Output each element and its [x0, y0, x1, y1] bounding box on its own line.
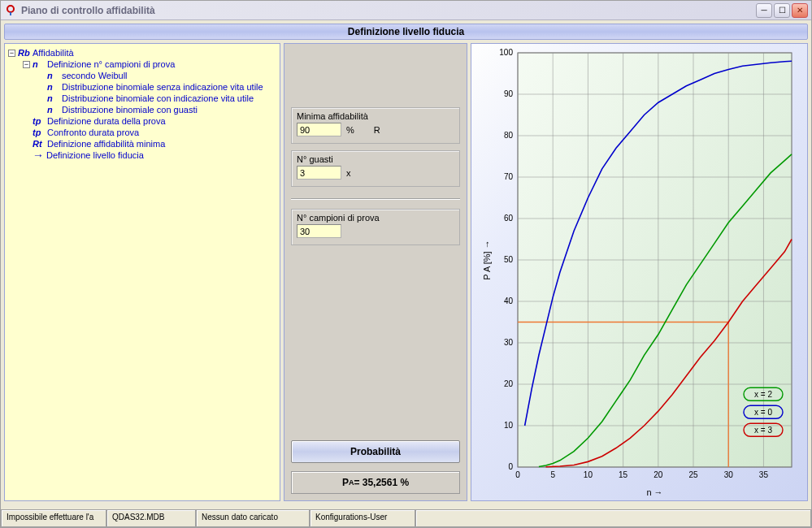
svg-text:P A [%] →: P A [%] →	[482, 240, 492, 279]
maximize-button[interactable]: ☐	[774, 3, 790, 18]
tree-label: Definizione livello fiducia	[46, 150, 144, 160]
window-controls: ─ ☐ ✕	[756, 3, 808, 18]
svg-text:60: 60	[504, 214, 514, 223]
field-samples: N° campioni di prova	[291, 209, 460, 245]
tree-item-selected[interactable]: → Definizione livello fiducia	[8, 149, 276, 161]
window-title: Piano di controllo affidabilità	[21, 5, 756, 16]
svg-text:n →: n →	[646, 487, 662, 497]
svg-text:x = 2: x = 2	[754, 390, 772, 399]
svg-text:90: 90	[504, 89, 514, 98]
svg-text:20: 20	[654, 470, 663, 479]
svg-text:20: 20	[504, 379, 514, 388]
tree-label: Definizione affidabilità minima	[47, 139, 165, 149]
close-button[interactable]: ✕	[792, 3, 808, 18]
unit: %	[346, 125, 354, 135]
field-label: N° campioni di prova	[297, 213, 454, 223]
svg-text:15: 15	[619, 470, 628, 479]
unit: x	[346, 168, 351, 178]
tree-item[interactable]: n secondo Weibull	[8, 70, 276, 81]
tree-label: secondo Weibull	[62, 71, 128, 80]
suffix: R	[374, 125, 380, 135]
samples-input[interactable]	[297, 224, 341, 238]
tree-label: Affidabilità	[33, 48, 74, 58]
line-chart: 051015202530350102030405060708090100n →P…	[479, 45, 800, 500]
result-prefix: P	[342, 477, 349, 488]
min-reliability-input[interactable]	[297, 123, 341, 136]
status-cell: QDAS32.MDB	[106, 510, 196, 527]
field-failures: N° guasti x	[291, 150, 460, 187]
svg-text:10: 10	[584, 470, 593, 479]
page-header: Definizione livello fiducia	[4, 24, 808, 40]
navigation-tree[interactable]: − Rb Affidabilità − n Definizione n° cam…	[4, 43, 280, 501]
tree-item[interactable]: Rt Definizione affidabilità minima	[8, 138, 276, 149]
tree-item[interactable]: − n Definizione n° campioni di prova	[8, 58, 276, 70]
rb-icon: Rb	[18, 48, 33, 58]
n-icon: n	[47, 93, 62, 103]
field-label: N° guasti	[297, 154, 454, 164]
collapse-icon[interactable]: −	[23, 61, 30, 68]
button-label: Probabilità	[350, 446, 401, 457]
svg-rect-1	[10, 12, 11, 15]
svg-text:x = 0: x = 0	[754, 408, 772, 417]
status-cell-empty	[415, 510, 811, 527]
field-label: Minima affidabilità	[297, 111, 454, 121]
svg-text:80: 80	[504, 131, 514, 140]
svg-text:30: 30	[504, 338, 514, 347]
tree-label: Distribuzione binomiale senza indicazion…	[62, 82, 263, 92]
svg-text:50: 50	[504, 255, 514, 264]
form-panel: Minima affidabilità % R N° guasti x N° c…	[284, 43, 467, 501]
svg-text:70: 70	[504, 172, 514, 181]
divider	[291, 198, 460, 199]
tree-item[interactable]: n Distribuzione binomiale con indicazion…	[8, 93, 276, 104]
result-value: = 35,2561 %	[354, 477, 409, 488]
n-icon: n	[47, 105, 62, 115]
tree-label: Definizione durata della prova	[47, 116, 166, 126]
status-bar: Impossibile effettuare l'a QDAS32.MDB Ne…	[1, 509, 811, 527]
tree-item[interactable]: n Distribuzione binomiale con guasti	[8, 104, 276, 115]
svg-text:40: 40	[504, 296, 514, 305]
app-icon	[4, 4, 17, 17]
arrow-right-icon: →	[33, 151, 44, 159]
svg-text:25: 25	[688, 470, 698, 479]
main-area: − Rb Affidabilità − n Definizione n° cam…	[4, 43, 808, 501]
minimize-button[interactable]: ─	[756, 3, 772, 18]
rt-icon: Rt	[33, 139, 47, 149]
tree-label: Definizione n° campioni di prova	[47, 59, 175, 69]
chart-panel: 051015202530350102030405060708090100n →P…	[471, 43, 808, 501]
tree-item[interactable]: tp Definizione durata della prova	[8, 115, 276, 127]
probability-button[interactable]: Probabilità	[291, 440, 460, 463]
app-window: Piano di controllo affidabilità ─ ☐ ✕ De…	[0, 0, 812, 528]
svg-text:35: 35	[759, 470, 769, 479]
status-cell: Impossibile effettuare l'a	[1, 510, 106, 527]
n-icon: n	[47, 82, 62, 92]
status-cell: Nessun dato caricato	[196, 510, 310, 527]
title-bar: Piano di controllo affidabilità ─ ☐ ✕	[1, 1, 811, 20]
svg-text:30: 30	[724, 470, 734, 479]
svg-text:100: 100	[499, 48, 513, 57]
page-title: Definizione livello fiducia	[348, 26, 464, 37]
n-icon: n	[33, 59, 47, 69]
svg-text:5: 5	[550, 470, 555, 479]
tree-label: Confronto durata prova	[47, 128, 139, 137]
tp-icon: tp	[33, 116, 47, 126]
tree-item[interactable]: n Distribuzione binomiale senza indicazi…	[8, 81, 276, 93]
svg-text:0: 0	[508, 462, 513, 471]
svg-text:10: 10	[504, 421, 514, 430]
svg-point-0	[7, 6, 14, 12]
result-display: PA = 35,2561 %	[291, 471, 460, 494]
svg-text:x = 3: x = 3	[754, 426, 772, 435]
tree-label: Distribuzione binomiale con guasti	[62, 105, 198, 115]
tp-icon: tp	[33, 128, 47, 137]
tree-item[interactable]: tp Confronto durata prova	[8, 127, 276, 138]
status-cell: Konfigurations-User	[310, 510, 415, 527]
tree-label: Distribuzione binomiale con indicazione …	[62, 93, 254, 103]
field-min-reliability: Minima affidabilità % R	[291, 107, 460, 144]
n-icon: n	[47, 71, 62, 80]
collapse-icon[interactable]: −	[8, 50, 15, 57]
failures-input[interactable]	[297, 166, 341, 180]
svg-text:0: 0	[515, 470, 520, 479]
tree-root[interactable]: − Rb Affidabilità	[8, 47, 276, 58]
